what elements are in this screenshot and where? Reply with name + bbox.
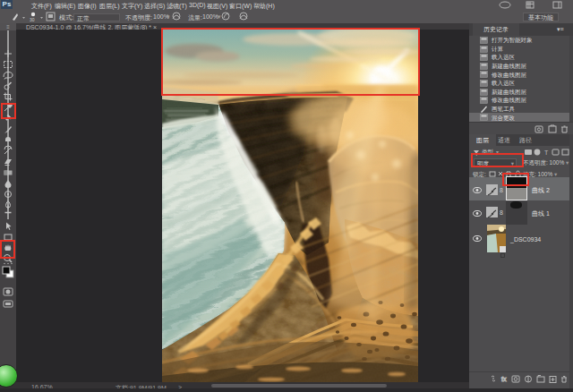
- svg-text:T: T: [544, 149, 549, 156]
- svg-text:fx: fx: [501, 376, 507, 382]
